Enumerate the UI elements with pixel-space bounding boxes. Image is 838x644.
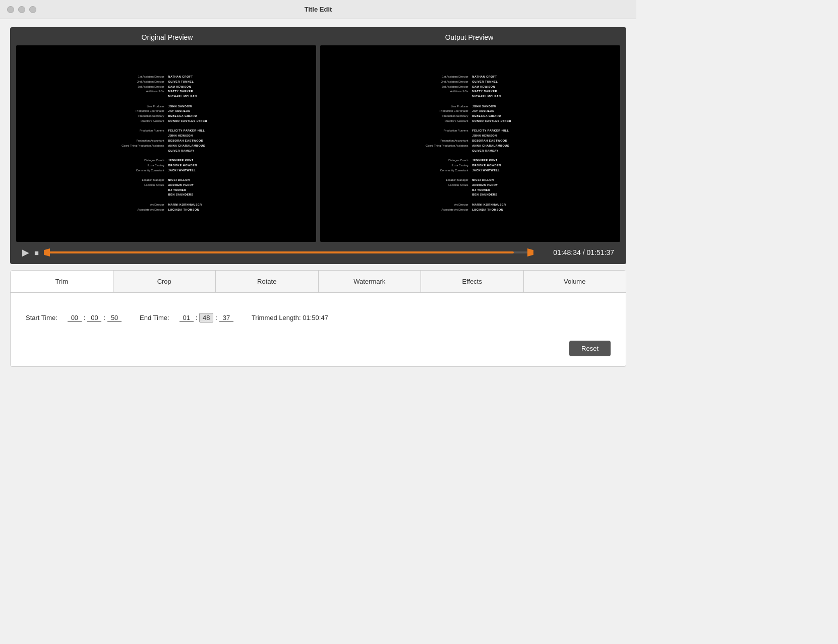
tab-content: Start Time: : : End Time: : : (11, 293, 626, 333)
separator-4: : (215, 314, 217, 321)
preview-labels: Original Preview Output Preview (16, 33, 620, 41)
preview-videos: 1st Assistant DirectorNATHAN CROFT 2nd A… (16, 45, 620, 242)
output-preview-label: Output Preview (318, 33, 620, 41)
original-video-panel: 1st Assistant DirectorNATHAN CROFT 2nd A… (16, 45, 316, 242)
end-time-group: : : (179, 313, 233, 323)
output-credits: 1st Assistant DirectorNATHAN CROFT 2nd A… (320, 70, 620, 217)
start-minute-input[interactable] (87, 314, 101, 322)
tabs-header: Trim Crop Rotate Watermark Effects Volum… (11, 271, 626, 293)
timeline-progress (44, 251, 514, 253)
stop-button[interactable]: ■ (34, 248, 39, 257)
reset-row: Reset (11, 333, 626, 366)
timeline-right-handle[interactable] (527, 248, 533, 256)
title-bar: Title Edit (0, 0, 636, 19)
timeline-track (44, 251, 533, 253)
tab-crop[interactable]: Crop (113, 271, 216, 292)
end-second-input[interactable] (219, 314, 233, 322)
time-display: 01:48:34 / 01:51:37 (538, 248, 614, 256)
start-hour-input[interactable] (68, 314, 82, 322)
trimmed-length-label: Trimmed Length: (252, 314, 301, 321)
end-time-label: End Time: (140, 314, 169, 321)
tab-volume[interactable]: Volume (524, 271, 626, 292)
maximize-button[interactable] (29, 6, 36, 13)
reset-button[interactable]: Reset (569, 341, 611, 356)
trim-controls: Start Time: : : End Time: : : (26, 313, 611, 323)
play-button[interactable]: ▶ (22, 247, 29, 258)
start-second-input[interactable] (107, 314, 122, 322)
start-time-group: : : (68, 314, 122, 322)
original-preview-label: Original Preview (16, 33, 318, 41)
end-hour-input[interactable] (179, 314, 194, 322)
separator-1: : (84, 314, 86, 321)
trimmed-length-display: Trimmed Length: 01:50:47 (252, 314, 328, 321)
output-video-panel: 1st Assistant DirectorNATHAN CROFT 2nd A… (320, 45, 620, 242)
original-credits: 1st Assistant DirectorNATHAN CROFT 2nd A… (16, 70, 316, 217)
window-controls (7, 6, 36, 13)
trimmed-length-value: 01:50:47 (303, 314, 328, 321)
tab-rotate[interactable]: Rotate (216, 271, 319, 292)
timeline[interactable] (44, 248, 533, 256)
main-content: Original Preview Output Preview 1st Assi… (0, 19, 636, 375)
tab-watermark[interactable]: Watermark (319, 271, 422, 292)
preview-section: Original Preview Output Preview 1st Assi… (10, 27, 626, 264)
minimize-button[interactable] (18, 6, 25, 13)
separator-3: : (196, 314, 198, 321)
end-minute-input[interactable] (199, 313, 213, 323)
close-button[interactable] (7, 6, 14, 13)
tabs-panel: Trim Crop Rotate Watermark Effects Volum… (10, 270, 626, 367)
timeline-left-handle[interactable] (44, 248, 50, 256)
separator-2: : (103, 314, 105, 321)
window-title: Title Edit (305, 6, 332, 13)
tab-effects[interactable]: Effects (421, 271, 524, 292)
start-time-label: Start Time: (26, 314, 57, 321)
tab-trim[interactable]: Trim (11, 271, 113, 292)
transport-bar: ▶ ■ 01:48:34 / 01:51:37 (16, 242, 620, 264)
